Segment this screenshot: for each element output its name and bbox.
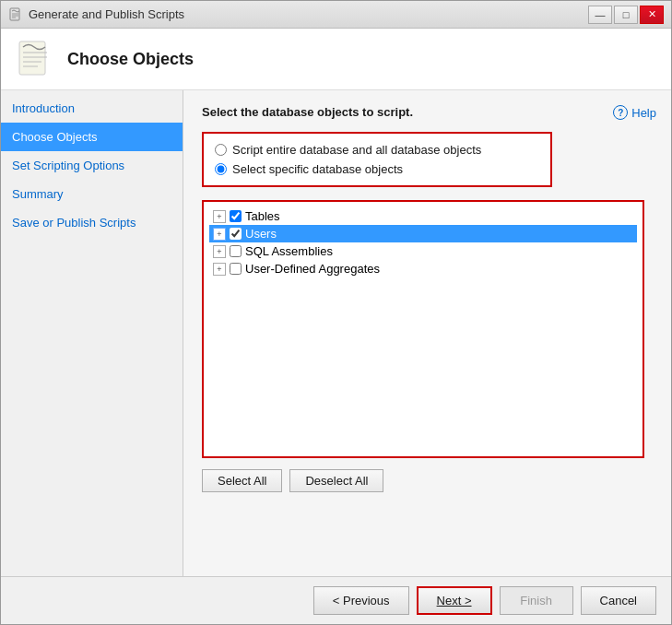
expand-users[interactable]: + <box>213 228 226 241</box>
radio-entire-label[interactable]: Script entire database and all database … <box>232 143 481 157</box>
checkbox-users[interactable] <box>230 228 242 240</box>
deselect-all-button[interactable]: Deselect All <box>289 469 383 492</box>
tree-container: + Tables + Users + SQL Assemblies <box>202 200 644 458</box>
footer: < Previous Next > Finish Cancel <box>1 576 671 624</box>
label-tables: Tables <box>245 209 280 223</box>
expand-tables[interactable]: + <box>213 210 226 223</box>
section-title: Select the database objects to script. <box>202 105 653 119</box>
content-area: ? Help Select the database objects to sc… <box>183 90 671 576</box>
radio-entire-database[interactable] <box>215 144 227 156</box>
checkbox-sql-assemblies[interactable] <box>230 245 242 257</box>
help-icon: ? <box>613 105 628 120</box>
maximize-button[interactable]: □ <box>614 6 638 24</box>
close-button[interactable]: ✕ <box>640 6 664 24</box>
radio-row-entire: Script entire database and all database … <box>215 143 539 157</box>
sidebar: Introduction Choose Objects Set Scriptin… <box>1 90 183 576</box>
title-bar-left: Generate and Publish Scripts <box>8 7 184 22</box>
sidebar-item-summary[interactable]: Summary <box>1 180 183 208</box>
header-icon <box>16 40 54 78</box>
main-content: Introduction Choose Objects Set Scriptin… <box>1 90 671 576</box>
app-icon <box>8 7 23 22</box>
sidebar-item-introduction[interactable]: Introduction <box>1 94 183 123</box>
tree-item-users[interactable]: + Users <box>209 225 637 242</box>
sidebar-item-choose-objects[interactable]: Choose Objects <box>1 123 183 151</box>
window-controls: — □ ✕ <box>588 6 664 24</box>
finish-button[interactable]: Finish <box>500 586 573 615</box>
tree-item-tables[interactable]: + Tables <box>209 207 637 225</box>
label-users: Users <box>245 227 277 241</box>
sidebar-item-set-scripting-options[interactable]: Set Scripting Options <box>1 151 183 180</box>
label-user-defined-aggregates: User-Defined Aggregates <box>245 262 380 276</box>
title-bar: Generate and Publish Scripts — □ ✕ <box>1 1 671 29</box>
bottom-buttons: Select All Deselect All <box>202 469 653 492</box>
next-button[interactable]: Next > <box>417 586 492 615</box>
main-window: Generate and Publish Scripts — □ ✕ Choos… <box>0 0 672 625</box>
radio-specific-label[interactable]: Select specific database objects <box>232 162 403 176</box>
label-sql-assemblies: SQL Assemblies <box>245 244 333 258</box>
tree-item-sql-assemblies[interactable]: + SQL Assemblies <box>209 242 637 260</box>
help-link[interactable]: ? Help <box>613 105 656 120</box>
header: Choose Objects <box>1 29 671 90</box>
sidebar-item-save-or-publish[interactable]: Save or Publish Scripts <box>1 208 183 237</box>
previous-button[interactable]: < Previous <box>313 586 409 615</box>
select-all-button[interactable]: Select All <box>202 469 282 492</box>
radio-specific-objects[interactable] <box>215 163 227 175</box>
checkbox-tables[interactable] <box>230 210 242 222</box>
page-title: Choose Objects <box>67 50 194 69</box>
minimize-button[interactable]: — <box>588 6 612 24</box>
radio-row-specific: Select specific database objects <box>215 162 539 176</box>
tree-item-user-defined-aggregates[interactable]: + User-Defined Aggregates <box>209 260 637 277</box>
radio-group: Script entire database and all database … <box>202 132 552 187</box>
expand-sql-assemblies[interactable]: + <box>213 245 226 258</box>
cancel-button[interactable]: Cancel <box>581 586 656 615</box>
expand-user-defined-aggregates[interactable]: + <box>213 263 226 276</box>
checkbox-user-defined-aggregates[interactable] <box>230 263 242 275</box>
window-title: Generate and Publish Scripts <box>29 7 184 21</box>
